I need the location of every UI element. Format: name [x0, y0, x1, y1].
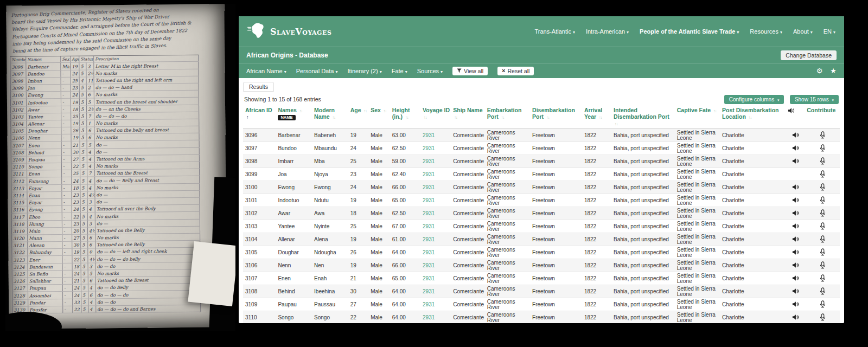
filter-dropdown[interactable]: Fate▾ — [392, 68, 407, 74]
microphone-icon[interactable] — [820, 222, 826, 231]
microphone-icon[interactable] — [820, 300, 826, 309]
star-icon[interactable]: ★ — [830, 67, 837, 74]
cell-disembarkation-port: Freetown — [530, 298, 582, 311]
table-row: 3101 Indootuo Ndutu 19 Male 65.00 2931 C… — [243, 194, 840, 207]
cell-disembarkation-port: Freetown — [530, 142, 582, 155]
column-header[interactable]: Names ↑↓ NAME — [276, 106, 312, 129]
cell-arrival-year: 1822 — [582, 272, 611, 285]
nav-item[interactable]: EN▾ — [824, 28, 835, 35]
voyage-id-link[interactable]: 2931 — [423, 132, 435, 138]
column-header[interactable]: Post Disembarkation Location ↑↓ — [720, 106, 786, 129]
filter-dropdown[interactable]: Personal Data▾ — [296, 68, 338, 74]
voyage-id-link[interactable]: 2931 — [423, 301, 435, 307]
ms-entry-age: 23 — [72, 220, 81, 227]
gear-icon[interactable]: ⚙ — [816, 67, 823, 74]
filter-dropdown[interactable]: Sources▾ — [417, 68, 443, 74]
speaker-icon[interactable] — [792, 158, 799, 165]
column-header[interactable]: Modern Name ↑↓ — [312, 106, 348, 129]
column-header[interactable]: Height (in.) ↑↓ — [390, 106, 420, 129]
nav-item[interactable]: People of the Atlantic Slave Trade▾ — [640, 28, 739, 35]
reset-all-button[interactable]: × Reset all — [497, 67, 534, 75]
voyage-id-link[interactable]: 2931 — [423, 249, 435, 255]
column-header-label: Voyage ID — [423, 107, 450, 113]
voyage-id-link[interactable]: 2931 — [423, 288, 435, 294]
tab-results[interactable]: Results — [243, 82, 274, 92]
brand[interactable]: SlaveVoyages — [247, 22, 331, 41]
column-header[interactable]: African ID ↑ — [243, 106, 276, 129]
nav-item[interactable]: Trans-Atlantic▾ — [534, 28, 575, 35]
ms-entry-feet: 5 — [81, 292, 88, 298]
column-header[interactable]: Arrival Year ↑↓ — [582, 106, 611, 129]
microphone-icon[interactable] — [820, 209, 826, 218]
speaker-icon[interactable] — [792, 236, 799, 243]
ms-entry-feet: 5 — [80, 170, 87, 177]
cell-embarkation-port: Cameroons River — [485, 168, 530, 181]
voyage-id-link[interactable]: 2931 — [423, 145, 435, 151]
speaker-icon[interactable] — [792, 197, 799, 204]
speaker-icon[interactable] — [792, 275, 799, 282]
column-header[interactable]: Contribute — [805, 106, 840, 129]
column-header[interactable]: Captive Fate ↑↓ — [675, 106, 720, 129]
voyage-id-link[interactable]: 2931 — [423, 236, 435, 242]
voyage-id-link[interactable]: 2931 — [423, 171, 435, 177]
voyage-id-link[interactable]: 2931 — [423, 197, 435, 203]
microphone-icon[interactable] — [820, 287, 826, 296]
speaker-icon[interactable] — [792, 223, 799, 230]
view-all-button[interactable]: View all — [452, 67, 488, 75]
column-header[interactable] — [786, 106, 805, 129]
voyage-id-link[interactable]: 2931 — [423, 184, 435, 190]
microphone-icon[interactable] — [820, 274, 826, 283]
sort-icon: ↑↓ — [454, 115, 457, 120]
column-header[interactable]: Intended Disembarkation Port ↑↓ — [611, 106, 675, 129]
column-header[interactable]: Embarkation Port ↑↓ — [485, 106, 530, 129]
column-header[interactable]: Disembarkation Port ↑↓ — [530, 106, 582, 129]
filter-dropdown[interactable]: African Name▾ — [246, 68, 286, 74]
speaker-icon[interactable] — [792, 132, 799, 139]
microphone-icon[interactable] — [820, 196, 826, 205]
microphone-icon[interactable] — [820, 131, 826, 140]
voyage-id-link[interactable]: 2931 — [423, 275, 435, 281]
microphone-icon[interactable] — [820, 183, 826, 192]
voyage-id-link[interactable]: 2931 — [423, 158, 435, 164]
ms-entry-number: 3120 — [11, 235, 28, 241]
cell-age: 21 — [348, 272, 369, 285]
show-rows-button[interactable]: Show 15 rows ▾ — [790, 95, 839, 104]
microphone-icon[interactable] — [820, 261, 826, 270]
column-header[interactable]: Ship Name ↑↓ — [451, 106, 484, 129]
column-header[interactable]: Sex ↑↓ — [368, 106, 390, 129]
change-database-button[interactable]: Change Database — [781, 50, 837, 60]
voyage-id-link[interactable]: 2931 — [423, 314, 435, 320]
column-header[interactable]: Age ↑↓ — [348, 106, 369, 129]
speaker-icon[interactable] — [792, 314, 799, 322]
voyage-id-link[interactable]: 2931 — [423, 223, 435, 229]
filter-dropdown[interactable]: Itinerary (2)▾ — [347, 68, 381, 74]
configure-columns-button[interactable]: Configure columns ▾ — [724, 95, 784, 104]
nav-item[interactable]: Resources▾ — [750, 28, 782, 35]
speaker-icon[interactable] — [792, 184, 799, 191]
speaker-icon[interactable] — [792, 249, 799, 256]
table-row: 3105 Doughar Ndougha 26 Male 64.00 2931 … — [243, 246, 840, 259]
speaker-icon[interactable] — [792, 145, 799, 152]
voyage-id-link[interactable]: 2931 — [423, 210, 435, 216]
sort-icon: ↑↓ — [384, 108, 387, 113]
nav-item[interactable]: Intra-American▾ — [586, 28, 629, 35]
nav-item[interactable]: About▾ — [793, 28, 813, 35]
ms-entry-name: Eyong — [28, 206, 62, 213]
speaker-icon[interactable] — [792, 262, 799, 269]
cell-contribute — [805, 220, 840, 233]
microphone-icon[interactable] — [820, 157, 826, 166]
speaker-icon[interactable] — [792, 301, 799, 309]
speaker-icon[interactable] — [792, 210, 799, 217]
cell-modern-name: Alena — [312, 233, 348, 246]
cell-name: Barbenar — [276, 129, 312, 142]
voyage-id-link[interactable]: 2931 — [423, 262, 435, 268]
column-header[interactable]: Voyage ID ↑↓ — [420, 106, 451, 129]
microphone-icon[interactable] — [820, 144, 826, 153]
speaker-icon[interactable] — [792, 288, 799, 295]
cell-captive-fate: Settled in Sierra Leone — [675, 181, 720, 194]
table-row: 3109 Paupau Paussau 27 Male 64.00 2931 C… — [243, 298, 840, 311]
microphone-icon[interactable] — [820, 235, 826, 244]
microphone-icon[interactable] — [820, 313, 826, 322]
microphone-icon[interactable] — [820, 170, 826, 179]
microphone-icon[interactable] — [820, 248, 826, 257]
